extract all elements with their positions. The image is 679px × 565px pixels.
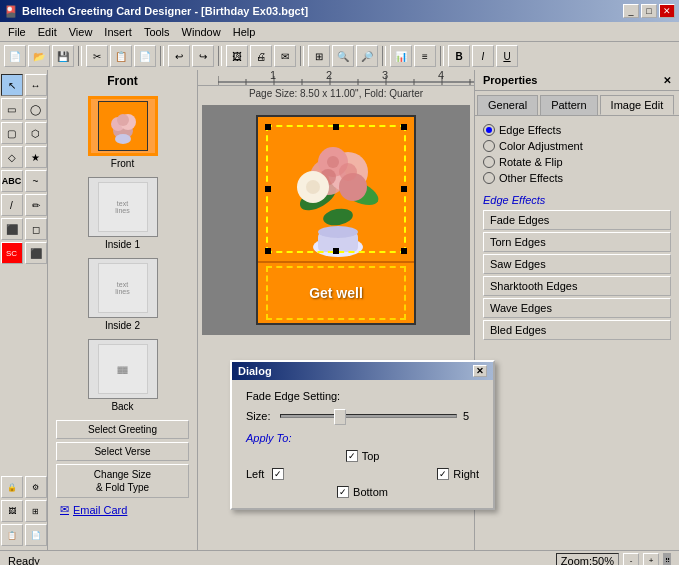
open-button[interactable]: 📂 bbox=[28, 45, 50, 67]
select-greeting-button[interactable]: Select Greeting bbox=[56, 420, 189, 439]
size-slider[interactable] bbox=[280, 414, 457, 418]
radio-other-effects[interactable]: Other Effects bbox=[483, 172, 671, 184]
handle-tl[interactable] bbox=[265, 124, 271, 130]
group-tool[interactable]: ⊞ bbox=[25, 500, 47, 522]
menu-edit[interactable]: Edit bbox=[32, 24, 63, 40]
copy-button[interactable]: 📋 bbox=[110, 45, 132, 67]
special-tool1[interactable]: SC bbox=[1, 242, 23, 264]
select-verse-button[interactable]: Select Verse bbox=[56, 442, 189, 461]
handle-ml[interactable] bbox=[265, 186, 271, 192]
zoom-in-status-button[interactable]: + bbox=[643, 553, 659, 566]
card-thumb-front[interactable] bbox=[88, 96, 158, 156]
tab-general[interactable]: General bbox=[477, 95, 538, 115]
new-button[interactable]: 📄 bbox=[4, 45, 26, 67]
select-tool[interactable]: ↖ bbox=[1, 74, 23, 96]
print-preview-button[interactable]: 🖼 bbox=[226, 45, 248, 67]
torn-edges-button[interactable]: Torn Edges bbox=[483, 232, 671, 252]
rounded-rect-tool[interactable]: ▢ bbox=[1, 122, 23, 144]
fade-edges-button[interactable]: Fade Edges bbox=[483, 210, 671, 230]
tab-image-edit[interactable]: Image Edit bbox=[600, 95, 675, 115]
polygon-tool[interactable]: ⬡ bbox=[25, 122, 47, 144]
grid-button[interactable]: ⊞ bbox=[308, 45, 330, 67]
checkbox-bottom[interactable] bbox=[337, 486, 349, 498]
line-tool[interactable]: / bbox=[1, 194, 23, 216]
properties-close-button[interactable]: ✕ bbox=[663, 75, 671, 86]
sharktooth-edges-button[interactable]: Sharktooth Edges bbox=[483, 276, 671, 296]
align-button[interactable]: ≡ bbox=[414, 45, 436, 67]
handle-bm[interactable] bbox=[333, 248, 339, 254]
greeting-card[interactable]: Get well bbox=[256, 115, 416, 325]
paste2-tool[interactable]: 📄 bbox=[25, 524, 47, 546]
copy2-tool[interactable]: 📋 bbox=[1, 524, 23, 546]
zoom-in-button[interactable]: 🔍 bbox=[332, 45, 354, 67]
menu-help[interactable]: Help bbox=[227, 24, 262, 40]
checkbox-top[interactable] bbox=[346, 450, 358, 462]
card-thumb-back[interactable]: ▓▓ bbox=[88, 339, 158, 399]
lock-tool[interactable]: 🔒 bbox=[1, 476, 23, 498]
saw-edges-button[interactable]: Saw Edges bbox=[483, 254, 671, 274]
menu-view[interactable]: View bbox=[63, 24, 99, 40]
right-label: Right bbox=[453, 468, 479, 480]
handle-br[interactable] bbox=[401, 248, 407, 254]
image-tool[interactable]: 🖼 bbox=[1, 500, 23, 522]
handle-mr[interactable] bbox=[401, 186, 407, 192]
zoom-out-button[interactable]: 🔎 bbox=[356, 45, 378, 67]
star-tool[interactable]: ★ bbox=[25, 146, 47, 168]
paste-button[interactable]: 📄 bbox=[134, 45, 156, 67]
print-button[interactable]: 🖨 bbox=[250, 45, 272, 67]
page-size-label: Page Size: 8.50 x 11.00", Fold: Quarter bbox=[198, 86, 474, 101]
diamond-tool[interactable]: ◇ bbox=[1, 146, 23, 168]
email-button[interactable]: ✉ bbox=[274, 45, 296, 67]
undo-button[interactable]: ↩ bbox=[168, 45, 190, 67]
email-card-button[interactable]: ✉ Email Card bbox=[56, 501, 189, 518]
dialog-close-button[interactable]: ✕ bbox=[473, 365, 487, 377]
fill-tool[interactable]: ⬛ bbox=[1, 218, 23, 240]
menu-insert[interactable]: Insert bbox=[98, 24, 138, 40]
radio-color-adjustment[interactable]: Color Adjustment bbox=[483, 140, 671, 152]
menu-window[interactable]: Window bbox=[176, 24, 227, 40]
card-thumb-inside2[interactable]: textlines bbox=[88, 258, 158, 318]
wave-edges-button[interactable]: Wave Edges bbox=[483, 298, 671, 318]
checkbox-left[interactable] bbox=[272, 468, 284, 480]
special-tool2[interactable]: ⬛ bbox=[25, 242, 47, 264]
cut-button[interactable]: ✂ bbox=[86, 45, 108, 67]
curve-tool[interactable]: ~ bbox=[25, 170, 47, 192]
ellipse-tool[interactable]: ◯ bbox=[25, 98, 47, 120]
underline-button[interactable]: U bbox=[496, 45, 518, 67]
top-checkbox-row: Top bbox=[246, 450, 479, 462]
redo-button[interactable]: ↪ bbox=[192, 45, 214, 67]
rect-tool[interactable]: ▭ bbox=[1, 98, 23, 120]
settings-tool[interactable]: ⚙ bbox=[25, 476, 47, 498]
arrow-tool[interactable]: ↔ bbox=[25, 74, 47, 96]
radio-edge-effects[interactable]: Edge Effects bbox=[483, 124, 671, 136]
card-back-section: ▓▓ Back bbox=[52, 339, 193, 412]
menu-file[interactable]: File bbox=[2, 24, 32, 40]
zoom-out-status-button[interactable]: - bbox=[623, 553, 639, 566]
save-button[interactable]: 💾 bbox=[52, 45, 74, 67]
close-button[interactable]: ✕ bbox=[659, 4, 675, 18]
canvas-workspace[interactable]: Get well bbox=[202, 105, 470, 335]
properties-title: Properties ✕ bbox=[475, 70, 679, 91]
svg-point-3 bbox=[117, 114, 129, 126]
checkbox-right[interactable] bbox=[437, 468, 449, 480]
handle-tr[interactable] bbox=[401, 124, 407, 130]
maximize-button[interactable]: □ bbox=[641, 4, 657, 18]
bled-edges-button[interactable]: Bled Edges bbox=[483, 320, 671, 340]
card-thumb-inside1[interactable]: textlines bbox=[88, 177, 158, 237]
sep2 bbox=[160, 46, 164, 66]
tab-pattern[interactable]: Pattern bbox=[540, 95, 597, 115]
change-size-button[interactable]: Change Size& Fold Type bbox=[56, 464, 189, 498]
italic-button[interactable]: I bbox=[472, 45, 494, 67]
handle-bl[interactable] bbox=[265, 248, 271, 254]
pen-tool[interactable]: ✏ bbox=[25, 194, 47, 216]
menu-tools[interactable]: Tools bbox=[138, 24, 176, 40]
radio-rotate-flip[interactable]: Rotate & Flip bbox=[483, 156, 671, 168]
eraser-tool[interactable]: ◻ bbox=[25, 218, 47, 240]
handle-tm[interactable] bbox=[333, 124, 339, 130]
slider-thumb[interactable] bbox=[334, 409, 346, 425]
text-tool[interactable]: ABC bbox=[1, 170, 23, 192]
bold-button[interactable]: B bbox=[448, 45, 470, 67]
minimize-button[interactable]: _ bbox=[623, 4, 639, 18]
chart-button[interactable]: 📊 bbox=[390, 45, 412, 67]
dialog-title-bar: Dialog ✕ bbox=[232, 362, 493, 380]
